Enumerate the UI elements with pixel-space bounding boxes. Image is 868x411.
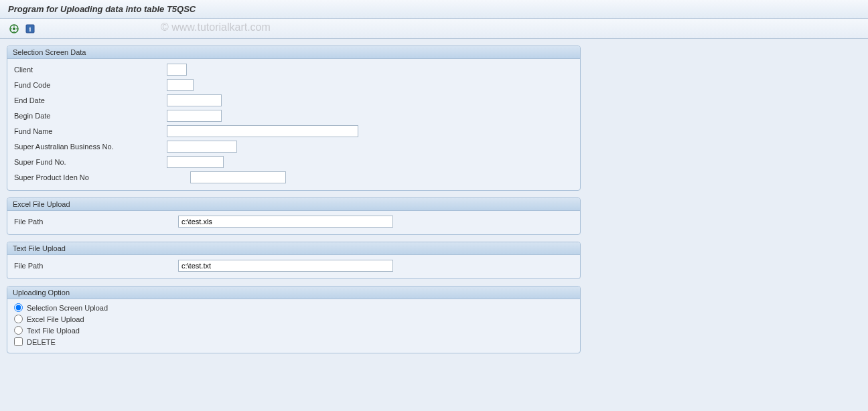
checkbox-delete[interactable] (14, 337, 23, 346)
input-begin-date[interactable] (167, 110, 222, 122)
input-super-abn[interactable] (167, 141, 237, 153)
group-text-upload: Text File Upload File Path (7, 242, 581, 279)
watermark-text: © www.tutorialkart.com (161, 21, 271, 33)
input-super-fund-no[interactable] (167, 156, 224, 168)
input-end-date[interactable] (167, 94, 222, 106)
label-begin-date: Begin Date (13, 112, 167, 120)
content-area: Selection Screen Data Client Fund Code E… (0, 39, 868, 367)
input-fund-name[interactable] (167, 125, 358, 137)
label-super-abn: Super Australian Business No. (13, 143, 167, 151)
page-title: Program for Uploading data into table T5… (0, 0, 868, 19)
radio-selection-upload[interactable] (14, 303, 23, 312)
label-end-date: End Date (13, 96, 167, 104)
label-super-fund-no: Super Fund No. (13, 158, 167, 166)
label-radio-excel-upload: Excel File Upload (27, 315, 84, 323)
group-header-excel: Excel File Upload (7, 198, 580, 211)
svg-text:i: i (29, 25, 31, 33)
input-fund-code[interactable] (167, 79, 194, 91)
radio-excel-upload[interactable] (14, 315, 23, 323)
label-super-prod-id: Super Product Iden No (13, 173, 190, 181)
label-fund-code: Fund Code (13, 81, 167, 89)
info-icon[interactable]: i (24, 23, 36, 35)
label-radio-selection-upload: Selection Screen Upload (27, 304, 108, 312)
svg-point-1 (13, 27, 15, 30)
group-header-text: Text File Upload (7, 242, 580, 255)
group-selection-screen: Selection Screen Data Client Fund Code E… (7, 46, 581, 191)
group-uploading-option: Uploading Option Selection Screen Upload… (7, 286, 581, 353)
label-excel-file-path: File Path (13, 218, 178, 226)
label-client: Client (13, 66, 167, 74)
label-checkbox-delete: DELETE (27, 338, 56, 346)
radio-text-upload[interactable] (14, 326, 23, 335)
execute-icon[interactable] (8, 23, 20, 35)
group-header-selection: Selection Screen Data (7, 46, 580, 59)
label-radio-text-upload: Text File Upload (27, 327, 80, 335)
input-super-prod-id[interactable] (190, 171, 286, 183)
input-client[interactable] (167, 64, 187, 76)
group-excel-upload: Excel File Upload File Path (7, 197, 581, 235)
input-text-file-path[interactable] (178, 260, 393, 272)
label-fund-name: Fund Name (13, 127, 167, 135)
input-excel-file-path[interactable] (178, 216, 393, 228)
group-header-option: Uploading Option (7, 286, 580, 299)
label-text-file-path: File Path (13, 262, 178, 270)
toolbar: i © www.tutorialkart.com (0, 19, 868, 39)
